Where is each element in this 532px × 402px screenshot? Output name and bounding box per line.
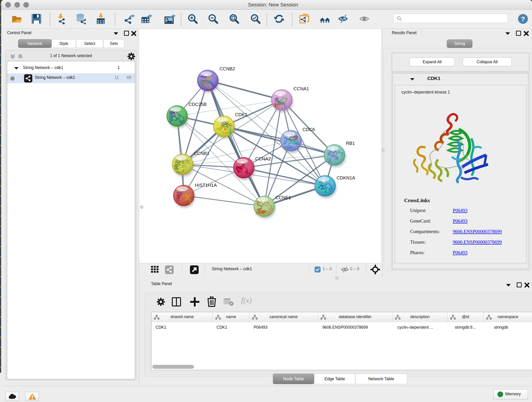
svg-text:CCNA2: CCNA2 (255, 156, 271, 161)
svg-text:CDC25B: CDC25B (189, 102, 207, 107)
svg-text:CCNB2: CCNB2 (220, 66, 235, 71)
svg-text:CCNB1: CCNB1 (194, 151, 209, 156)
svg-text:CCNE1: CCNE1 (275, 195, 291, 200)
svg-text:CDK1: CDK1 (235, 112, 247, 117)
svg-text:CDKN1A: CDKN1A (336, 175, 355, 180)
svg-text:CDC6: CDC6 (302, 127, 315, 132)
svg-text:HIST1H1A: HIST1H1A (195, 183, 217, 188)
svg-text:CCNA1: CCNA1 (293, 86, 309, 91)
svg-text:RB1: RB1 (346, 141, 355, 146)
